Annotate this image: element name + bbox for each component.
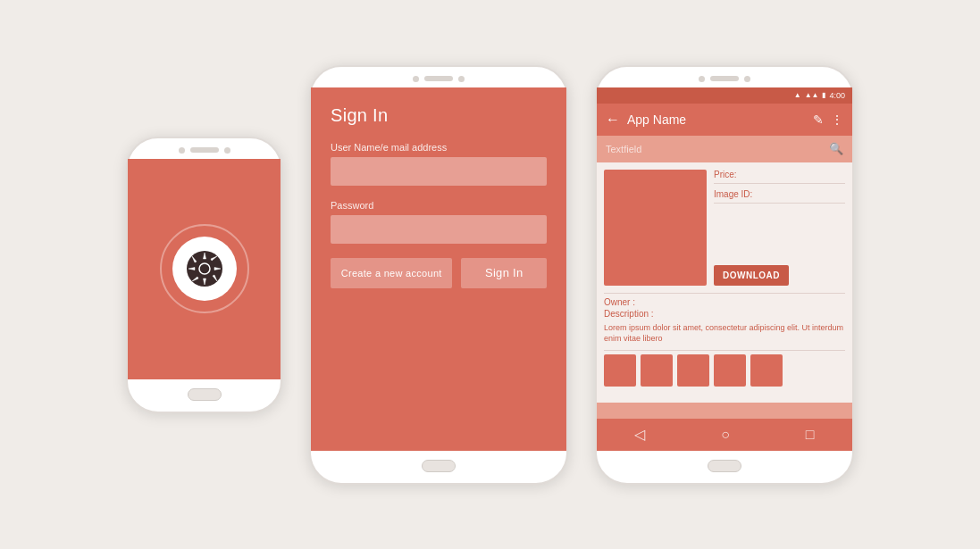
password-input[interactable] [331,215,547,244]
phone-bottom [128,379,281,412]
content-area: Price: Image ID: DOWNLOAD Owner : Descri… [597,162,852,403]
speaker [710,76,739,81]
nav-recent-icon[interactable]: □ [806,427,815,443]
signal-icon: ▲▲ [805,91,819,99]
nav-bar: ◁ ○ □ [597,419,852,451]
phone-bottom [311,451,566,483]
outer-circle [160,224,249,313]
thumbnail-2[interactable] [641,354,673,387]
app-bar: ← App Name ✎ ⋮ [597,104,852,136]
dot [699,76,705,82]
signin-screen: Sign In User Name/e mail address Passwor… [311,87,566,451]
app-bar-icons: ✎ ⋮ [813,112,843,127]
price-label: Price: [714,170,845,184]
thumbnail-4[interactable] [714,354,746,387]
owner-label: Owner : [604,297,845,307]
search-placeholder[interactable]: Textfield [606,144,829,154]
wifi-icon: ▲ [794,91,801,99]
splash-screen [128,159,281,379]
username-input[interactable] [331,157,547,186]
image-id-label: Image ID: [714,189,845,204]
home-button[interactable] [188,388,222,401]
sun-icon [186,250,223,287]
home-button[interactable] [708,460,741,472]
tab-bar [597,403,852,419]
home-button[interactable] [422,460,456,472]
content-image [604,170,707,286]
battery-icon: ▮ [822,91,825,99]
phone-bottom [597,451,852,483]
status-bar: ▲ ▲▲ ▮ 4:00 [597,87,852,104]
nav-home-icon[interactable]: ○ [721,427,730,443]
svg-point-9 [199,263,210,274]
edit-icon[interactable]: ✎ [813,112,824,127]
signin-button[interactable]: Sign In [461,258,547,288]
dot [458,76,465,82]
content-info: Price: Image ID: DOWNLOAD [714,170,845,286]
phone-splash [126,137,282,413]
app-title: App Name [627,112,806,127]
phone-top [128,138,281,159]
download-button[interactable]: DOWNLOAD [714,265,789,286]
image-info-row: Price: Image ID: DOWNLOAD [604,170,845,286]
phone-top [311,67,566,87]
thumbnail-3[interactable] [677,354,709,387]
detail-screen: ▲ ▲▲ ▮ 4:00 ← App Name ✎ ⋮ Textfield 🔍 [597,87,852,451]
description-label: Description : [604,309,845,319]
signin-title: Sign In [331,105,547,126]
thumbnail-5[interactable] [750,354,783,387]
search-icon[interactable]: 🔍 [829,142,843,155]
dot [224,147,230,154]
thumbnail-row [604,354,845,387]
dot [744,76,750,82]
divider2 [604,350,845,351]
status-time: 4:00 [829,91,845,100]
dot [179,147,185,154]
password-label: Password [331,200,547,211]
divider [604,293,845,294]
create-account-button[interactable]: Create a new account [331,258,452,288]
phone-signin: Sign In User Name/e mail address Passwor… [309,65,568,485]
phone-top [597,67,852,87]
search-bar: Textfield 🔍 [597,136,852,162]
thumbnail-1[interactable] [604,354,636,387]
more-icon[interactable]: ⋮ [831,112,843,127]
nav-back-icon[interactable]: ◁ [634,426,645,443]
body-text: Lorem ipsum dolor sit amet, consectetur … [604,322,845,345]
speaker [424,76,453,81]
username-label: User Name/e mail address [331,142,547,153]
back-button[interactable]: ← [606,112,620,128]
button-row: Create a new account Sign In [331,258,547,288]
inner-circle [172,237,237,301]
dot [413,76,419,82]
phone-detail: ▲ ▲▲ ▮ 4:00 ← App Name ✎ ⋮ Textfield 🔍 [595,65,854,485]
speaker [190,147,219,153]
